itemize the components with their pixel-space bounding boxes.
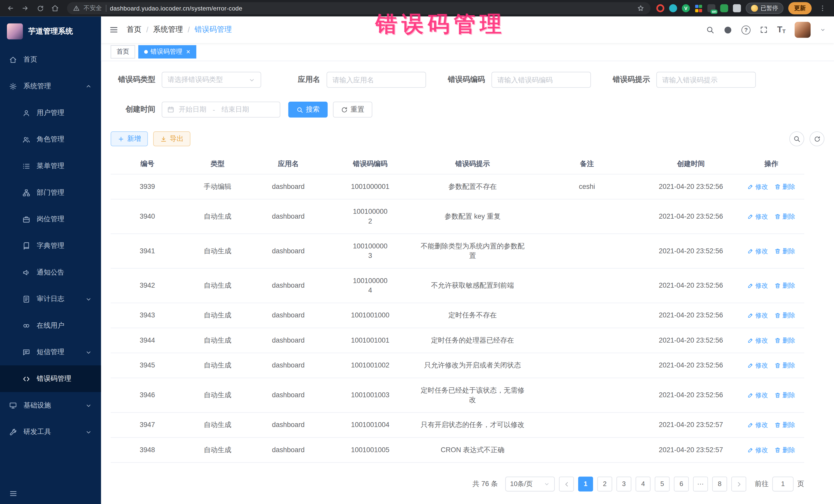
app-name-input[interactable] xyxy=(327,72,426,88)
toggle-search-button[interactable] xyxy=(789,131,804,146)
ext-on-icon[interactable]: on xyxy=(707,4,716,12)
user-icon xyxy=(22,109,30,117)
sidebar-item[interactable]: 研发工具 xyxy=(0,419,101,445)
cell-code: 1001001002 xyxy=(325,353,415,377)
browser-back-icon[interactable] xyxy=(4,2,17,14)
avatar[interactable] xyxy=(795,22,811,38)
edit-link[interactable]: 修改 xyxy=(747,420,768,430)
edit-link[interactable]: 修改 xyxy=(747,445,768,455)
sidebar-item[interactable]: 菜单管理 xyxy=(0,153,101,179)
edit-link[interactable]: 修改 xyxy=(747,182,768,192)
page-size-label: 10条/页 xyxy=(510,480,533,489)
sidebar-item[interactable]: 字典管理 xyxy=(0,233,101,259)
delete-link[interactable]: 删除 xyxy=(774,445,795,455)
add-button[interactable]: 新增 xyxy=(111,131,148,146)
edit-link[interactable]: 修改 xyxy=(747,336,768,345)
sidebar-item[interactable]: 基础设施 xyxy=(0,392,101,419)
sidebar-item[interactable]: 在线用户 xyxy=(0,312,101,339)
delete-link[interactable]: 删除 xyxy=(774,182,795,192)
logo[interactable]: 芋道管理系统 xyxy=(0,17,101,46)
sidebar-item[interactable]: 岗位管理 xyxy=(0,206,101,233)
download-icon xyxy=(160,135,167,143)
reset-button[interactable]: 重置 xyxy=(333,102,372,117)
caret-down-icon[interactable] xyxy=(820,27,826,33)
sidebar-item[interactable]: 错误码管理 xyxy=(0,366,101,392)
ext-teal-icon[interactable] xyxy=(669,4,677,12)
ext-grid-icon[interactable] xyxy=(695,4,703,12)
error-code-input[interactable] xyxy=(491,72,591,88)
page-button[interactable]: 6 xyxy=(674,477,689,491)
page-button[interactable]: 4 xyxy=(636,477,651,491)
sidebar-item[interactable]: 用户管理 xyxy=(0,100,101,126)
ext-leaf-icon[interactable] xyxy=(720,4,728,12)
github-icon[interactable] xyxy=(723,25,732,34)
browser-forward-icon[interactable] xyxy=(19,2,31,14)
address-bar[interactable]: 不安全 dashboard.yudao.iocoder.cn/system/er… xyxy=(67,2,651,14)
sidebar-item[interactable]: 审计日志 xyxy=(0,286,101,312)
delete-link[interactable]: 删除 xyxy=(774,281,795,290)
browser-reload-icon[interactable] xyxy=(34,2,46,14)
sidebar-item-label: 系统管理 xyxy=(23,81,51,91)
edit-link[interactable]: 修改 xyxy=(747,310,768,320)
sidebar-item[interactable]: 通知公告 xyxy=(0,259,101,286)
page-button[interactable]: 5 xyxy=(655,477,670,491)
help-icon[interactable]: ? xyxy=(742,25,751,34)
search-button[interactable]: 搜索 xyxy=(288,102,327,117)
refresh-button[interactable] xyxy=(810,131,825,146)
sidebar-collapse-toggle[interactable] xyxy=(0,483,101,504)
tab-close-icon[interactable]: × xyxy=(186,48,190,56)
browser-home-icon[interactable] xyxy=(49,2,61,14)
sidebar-item-label: 短信管理 xyxy=(37,347,64,357)
sidebar-item[interactable]: 部门管理 xyxy=(0,179,101,206)
fullscreen-icon[interactable] xyxy=(760,25,768,34)
table-row: 3941自动生成dashboard100100000 3不能删除类型为系统内置的… xyxy=(111,234,804,269)
edit-link[interactable]: 修改 xyxy=(747,246,768,256)
prev-page-button[interactable] xyxy=(559,477,574,491)
goto-page-input[interactable] xyxy=(772,477,794,491)
delete-link[interactable]: 删除 xyxy=(774,310,795,320)
page-size-select[interactable]: 10条/页 xyxy=(505,477,555,491)
cell-time: 2021-04-20 23:52:56 xyxy=(643,303,738,327)
paused-badge[interactable]: 已暂停 xyxy=(746,3,784,14)
font-size-icon[interactable]: TT xyxy=(777,25,786,34)
tab-item[interactable]: 首页 xyxy=(111,45,135,59)
ext-green-icon[interactable]: V xyxy=(682,4,690,12)
edit-link[interactable]: 修改 xyxy=(747,390,768,400)
ext-record-icon[interactable] xyxy=(656,4,664,12)
cell-actions: 修改删除 xyxy=(738,353,804,377)
delete-link[interactable]: 删除 xyxy=(774,420,795,430)
delete-link-label: 删除 xyxy=(783,182,795,192)
search-icon[interactable] xyxy=(706,25,715,34)
tab-active[interactable]: 错误码管理× xyxy=(138,45,196,59)
cell-app: dashboard xyxy=(251,175,325,199)
page-button[interactable]: 8 xyxy=(712,477,727,491)
breadcrumb-item[interactable]: 首页 xyxy=(127,25,141,35)
create-time-range-picker[interactable]: 开始日期 - 结束日期 xyxy=(162,102,280,117)
sidebar-item[interactable]: 角色管理 xyxy=(0,126,101,153)
export-button[interactable]: 导出 xyxy=(153,131,191,146)
update-button[interactable]: 更新 xyxy=(788,2,812,14)
delete-link[interactable]: 删除 xyxy=(774,246,795,256)
page-button[interactable]: 2 xyxy=(597,477,612,491)
delete-link[interactable]: 删除 xyxy=(774,212,795,221)
browser-menu-icon[interactable] xyxy=(816,2,829,14)
sidebar-item[interactable]: 短信管理 xyxy=(0,339,101,366)
page-button[interactable]: 3 xyxy=(616,477,631,491)
delete-link[interactable]: 删除 xyxy=(774,390,795,400)
next-page-button[interactable] xyxy=(731,477,746,491)
error-type-select[interactable]: 请选择错误码类型 xyxy=(162,72,261,88)
sidebar-item[interactable]: 首页 xyxy=(0,46,101,73)
breadcrumb-item[interactable]: 系统管理 xyxy=(153,25,183,35)
error-hint-input[interactable] xyxy=(656,72,756,88)
ext-pin-icon[interactable] xyxy=(733,4,741,12)
page-button[interactable]: 1 xyxy=(578,477,593,491)
bookmark-star-icon[interactable] xyxy=(637,4,644,12)
pagination-ellipsis[interactable]: ··· xyxy=(693,477,708,491)
edit-link[interactable]: 修改 xyxy=(747,281,768,290)
delete-link[interactable]: 删除 xyxy=(774,336,795,345)
sidebar-item[interactable]: 系统管理 xyxy=(0,73,101,100)
delete-link[interactable]: 删除 xyxy=(774,360,795,370)
edit-link[interactable]: 修改 xyxy=(747,212,768,221)
sidebar-toggle-icon[interactable] xyxy=(109,25,118,35)
edit-link[interactable]: 修改 xyxy=(747,360,768,370)
